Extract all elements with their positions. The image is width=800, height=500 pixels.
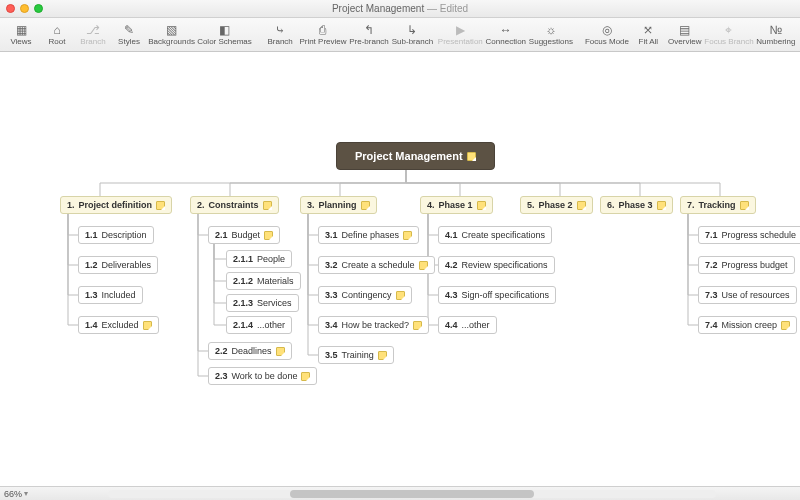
node-number: 3.5 [325,350,338,360]
section-3[interactable]: 3.Planning [300,196,377,214]
scrollbar-thumb[interactable] [290,490,533,498]
node-label: Tracking [699,200,736,210]
node-number: 2.3 [215,371,228,381]
node-7-3[interactable]: 7.3Use of resources [698,286,797,304]
status-bar: 66% ▾ [0,486,800,500]
node-number: 7.3 [705,290,718,300]
node-label: Services [257,298,292,308]
section-1[interactable]: 1.Project definition [60,196,172,214]
toolbar-color-schemas[interactable]: ◧Color Schemas [197,20,252,50]
sub-branch-label: Sub-branch [392,37,433,46]
node-label: Progress budget [722,260,788,270]
node-2-1-1[interactable]: 2.1.1People [226,250,292,268]
node-1-2[interactable]: 1.2Deliverables [78,256,158,274]
overview-icon: ▤ [679,23,690,37]
node-number: 2.1 [215,230,228,240]
node-1-3[interactable]: 1.3Included [78,286,143,304]
node-2-1[interactable]: 2.1Budget [208,226,280,244]
toolbar-numbering[interactable]: №Numbering [756,20,796,50]
node-number: 1.4 [85,320,98,330]
branch2-label: Branch [267,37,292,46]
toolbar-sub-branch[interactable]: ↳Sub-branch [391,20,433,50]
node-3-2[interactable]: 3.2Create a schedule [318,256,435,274]
node-number: 4.4 [445,320,458,330]
toolbar-root[interactable]: ⌂Root [40,20,74,50]
toolbar-views[interactable]: ▦Views [4,20,38,50]
document-title: Project Management [332,3,424,14]
node-1-4[interactable]: 1.4Excluded [78,316,159,334]
note-icon [378,351,387,360]
section-6[interactable]: 6.Phase 3 [600,196,673,214]
toolbar: ▦Views⌂Root⎇Branch✎Styles▧Backgrounds◧Co… [0,18,800,52]
root-node[interactable]: Project Management [336,142,495,170]
toolbar-suggestions[interactable]: ☼Suggestions [529,20,574,50]
section-2[interactable]: 2.Constraints [190,196,279,214]
toolbar-focus-mode[interactable]: ◎Focus Mode [585,20,630,50]
node-1-1[interactable]: 1.1Description [78,226,154,244]
node-4-3[interactable]: 4.3Sign-off specifications [438,286,556,304]
zoom-control[interactable]: 66% ▾ [4,489,28,499]
zoom-stepper-icon[interactable]: ▾ [24,489,28,498]
note-icon [477,201,486,210]
toolbar-branch: ⎇Branch [76,20,110,50]
print-preview-icon: ⎙ [319,23,326,37]
node-2-1-2[interactable]: 2.1.2Materials [226,272,301,290]
toolbar-backgrounds[interactable]: ▧Backgrounds [148,20,195,50]
section-5[interactable]: 5.Phase 2 [520,196,593,214]
node-7-1[interactable]: 7.1Progress schedule [698,226,800,244]
node-number: 2.1.1 [233,254,253,264]
focus-mode-icon: ◎ [602,23,612,37]
node-3-3[interactable]: 3.3Contingency [318,286,412,304]
node-number: 3.2 [325,260,338,270]
node-number: 4. [427,200,435,210]
toolbar-fit-all[interactable]: ⤧Fit All [631,20,665,50]
node-label: Project Management [355,150,463,162]
node-label: Progress schedule [722,230,797,240]
node-number: 4.1 [445,230,458,240]
node-number: 4.3 [445,290,458,300]
node-4-4[interactable]: 4.4...other [438,316,497,334]
node-number: 1.3 [85,290,98,300]
node-label: ...other [257,320,285,330]
toolbar-branch2[interactable]: ⤷Branch [263,20,297,50]
node-7-2[interactable]: 7.2Progress budget [698,256,795,274]
node-2-3[interactable]: 2.3Work to be done [208,367,317,385]
node-label: People [257,254,285,264]
section-7[interactable]: 7.Tracking [680,196,756,214]
views-label: Views [10,37,31,46]
note-icon [143,321,152,330]
node-3-1[interactable]: 3.1Define phases [318,226,419,244]
presentation-icon: ▶ [456,23,465,37]
note-icon [413,321,422,330]
toolbar-overview[interactable]: ▤Overview [667,20,702,50]
zoom-value: 66% [4,489,22,499]
note-icon [301,372,310,381]
toolbar-presentation: ▶Presentation [438,20,484,50]
node-4-2[interactable]: 4.2Review specifications [438,256,555,274]
section-4[interactable]: 4.Phase 1 [420,196,493,214]
toolbar-pre-branch[interactable]: ↰Pre-branch [349,20,390,50]
node-number: 5. [527,200,535,210]
node-number: 4.2 [445,260,458,270]
toolbar-connection[interactable]: ↔Connection [485,20,526,50]
node-2-2[interactable]: 2.2Deadlines [208,342,292,360]
node-2-1-4[interactable]: 2.1.4...other [226,316,292,334]
horizontal-scrollbar[interactable] [108,490,716,498]
node-2-1-3[interactable]: 2.1.3Services [226,294,299,312]
node-3-5[interactable]: 3.5Training [318,346,394,364]
numbering-icon: № [769,23,782,37]
node-3-4[interactable]: 3.4How be tracked? [318,316,429,334]
branch-icon: ⎇ [86,23,100,37]
note-icon [403,231,412,240]
toolbar-styles[interactable]: ✎Styles [112,20,146,50]
mindmap-canvas[interactable]: Project Management1.Project definition1.… [0,52,800,486]
node-label: Work to be done [232,371,298,381]
node-4-1[interactable]: 4.1Create specifications [438,226,552,244]
node-number: 2.1.2 [233,276,253,286]
node-7-4[interactable]: 7.4Mission creep [698,316,797,334]
root-icon: ⌂ [53,23,60,37]
suggestions-label: Suggestions [529,37,573,46]
toolbar-print-preview[interactable]: ⎙Print Preview [299,20,347,50]
node-label: Description [102,230,147,240]
node-label: Budget [232,230,261,240]
